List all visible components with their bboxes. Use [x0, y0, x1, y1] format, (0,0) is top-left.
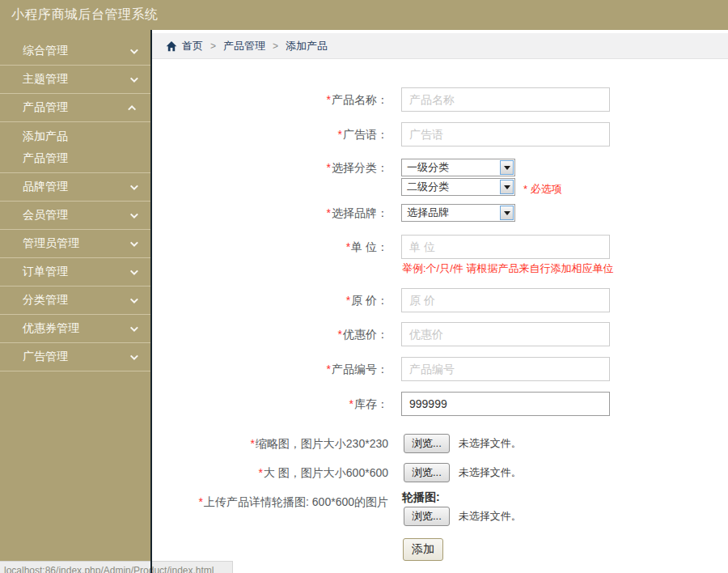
sidebar-item-brand[interactable]: 品牌管理 — [0, 173, 150, 202]
chevron-down-icon — [130, 74, 138, 83]
dropdown-button[interactable] — [500, 180, 514, 194]
sidebar-item-label: 主题管理 — [23, 72, 68, 87]
caret-down-icon — [504, 185, 510, 189]
sidebar-submenu-product: 添加产品 产品管理 — [0, 122, 150, 173]
sidebar-item-label: 订单管理 — [23, 265, 68, 279]
thumbnail-file-input: 浏览... 未选择文件。 — [404, 434, 522, 453]
required-asterisk: * — [327, 363, 331, 376]
sidebar-subitem-label: 添加产品 — [23, 129, 68, 144]
required-asterisk: * — [199, 495, 203, 508]
original-price-input[interactable] — [401, 288, 610, 312]
slogan-label: *广告语： — [152, 122, 388, 146]
discount-price-input[interactable] — [401, 322, 610, 346]
unit-hint: 举例:个/只/件 请根据产品来自行添加相应单位 — [402, 261, 613, 276]
required-asterisk: * — [346, 240, 350, 253]
thumbnail-label: *缩略图，图片大小230*230 — [152, 431, 388, 456]
carousel-browse-button[interactable]: 浏览... — [404, 507, 450, 526]
sidebar-item-category[interactable]: 分类管理 — [0, 286, 150, 315]
sidebar-item-coupon[interactable]: 优惠券管理 — [0, 315, 150, 343]
sidebar-item-label: 分类管理 — [23, 293, 68, 308]
breadcrumb-separator: > — [210, 40, 216, 52]
required-asterisk: * — [346, 294, 350, 307]
home-icon — [166, 40, 177, 52]
required-asterisk: * — [327, 161, 331, 174]
sidebar-content-divider — [150, 30, 152, 573]
chevron-down-icon — [130, 267, 138, 275]
category-label: *选择分类： — [152, 155, 388, 180]
large-image-browse-button[interactable]: 浏览... — [404, 463, 450, 482]
caret-down-icon — [504, 166, 510, 170]
selected-option: 一级分类 — [407, 160, 449, 175]
sidebar-item-ad[interactable]: 广告管理 — [0, 343, 150, 371]
thumbnail-no-file-text: 未选择文件。 — [459, 436, 522, 451]
large-image-no-file-text: 未选择文件。 — [459, 465, 522, 480]
carousel-label: *上传产品详情轮播图: 600*600的图片 — [152, 494, 388, 510]
sidebar-item-general[interactable]: 综合管理 — [0, 37, 150, 66]
slogan-input[interactable] — [401, 122, 610, 146]
dropdown-button[interactable] — [500, 160, 514, 175]
product-name-input[interactable] — [401, 87, 610, 112]
breadcrumb-add-product[interactable]: 添加产品 — [286, 39, 328, 53]
sidebar-item-label: 产品管理 — [23, 100, 68, 115]
required-asterisk: * — [338, 328, 342, 341]
chevron-down-icon — [130, 352, 138, 360]
add-product-form: *产品名称： *广告语： *选择分类： 一级分类 二级分类 * 必选项 *选择品… — [152, 59, 728, 573]
chevron-up-icon — [128, 104, 136, 112]
carousel-no-file-text: 未选择文件。 — [459, 509, 522, 524]
caret-down-icon — [504, 211, 510, 215]
product-name-label: *产品名称： — [152, 87, 388, 112]
chevron-down-icon — [130, 239, 138, 247]
dropdown-button[interactable] — [500, 206, 514, 220]
selected-option: 二级分类 — [407, 180, 449, 194]
required-asterisk: * — [349, 397, 353, 410]
brand-label: *选择品牌： — [152, 201, 388, 225]
carousel-file-input: 浏览... 未选择文件。 — [404, 507, 522, 526]
product-code-input[interactable] — [401, 357, 610, 381]
sidebar-subitem-product-manage[interactable]: 产品管理 — [0, 147, 150, 169]
sidebar-item-label: 广告管理 — [23, 350, 68, 364]
sidebar-item-product[interactable]: 产品管理 — [0, 94, 150, 122]
breadcrumb-separator: > — [273, 40, 278, 52]
large-image-file-input: 浏览... 未选择文件。 — [404, 463, 522, 482]
required-asterisk: * — [250, 437, 254, 450]
sidebar-item-theme[interactable]: 主题管理 — [0, 66, 150, 94]
sidebar-subitem-add-product[interactable]: 添加产品 — [0, 125, 150, 147]
chevron-down-icon — [130, 182, 138, 190]
sidebar-item-label: 优惠券管理 — [23, 321, 79, 336]
sidebar-subitem-label: 产品管理 — [23, 151, 68, 166]
required-asterisk: * — [338, 128, 342, 141]
sidebar-item-label: 综合管理 — [23, 44, 68, 58]
browser-status-bar: localhost:86/index.php/Admin/Product/ind… — [0, 561, 233, 573]
stock-input[interactable] — [401, 392, 610, 416]
discount-price-label: *优惠价： — [152, 322, 388, 346]
original-price-label: *原 价： — [152, 288, 388, 312]
carousel-group-label: 轮播图: — [402, 490, 440, 505]
selected-option: 选择品牌 — [407, 206, 449, 220]
breadcrumb-home[interactable]: 首页 — [182, 39, 203, 53]
app-header: 小程序商城后台管理系统 — [0, 0, 728, 30]
sidebar-item-order[interactable]: 订单管理 — [0, 258, 150, 286]
unit-input[interactable] — [401, 235, 610, 259]
sidebar-item-label: 会员管理 — [23, 208, 68, 223]
chevron-down-icon — [130, 210, 138, 219]
required-asterisk: * — [327, 93, 331, 106]
breadcrumb: 首页 > 产品管理 > 添加产品 — [152, 33, 728, 59]
product-code-label: *产品编号： — [152, 357, 388, 381]
large-image-label: *大 图，图片大小600*600 — [152, 461, 388, 485]
chevron-down-icon — [130, 324, 138, 332]
breadcrumb-product-manage[interactable]: 产品管理 — [223, 39, 265, 53]
brand-select[interactable]: 选择品牌 — [401, 204, 515, 222]
stock-label: *库存： — [152, 392, 388, 416]
required-asterisk: * — [327, 206, 331, 219]
add-submit-button[interactable]: 添加 — [403, 538, 443, 561]
sidebar-item-admin[interactable]: 管理员管理 — [0, 230, 150, 258]
thumbnail-browse-button[interactable]: 浏览... — [404, 434, 450, 453]
category-level1-select[interactable]: 一级分类 — [401, 159, 515, 176]
status-url: localhost:86/index.php/Admin/Product/ind… — [0, 562, 232, 573]
app-title: 小程序商城后台管理系统 — [11, 6, 159, 23]
sidebar: 综合管理 主题管理 产品管理 添加产品 产品管理 品牌管理 会员管理 管理员管理… — [0, 30, 150, 573]
category-level2-select[interactable]: 二级分类 — [401, 178, 515, 196]
chevron-down-icon — [130, 46, 138, 54]
sidebar-item-label: 品牌管理 — [23, 180, 68, 194]
sidebar-item-member[interactable]: 会员管理 — [0, 202, 150, 230]
